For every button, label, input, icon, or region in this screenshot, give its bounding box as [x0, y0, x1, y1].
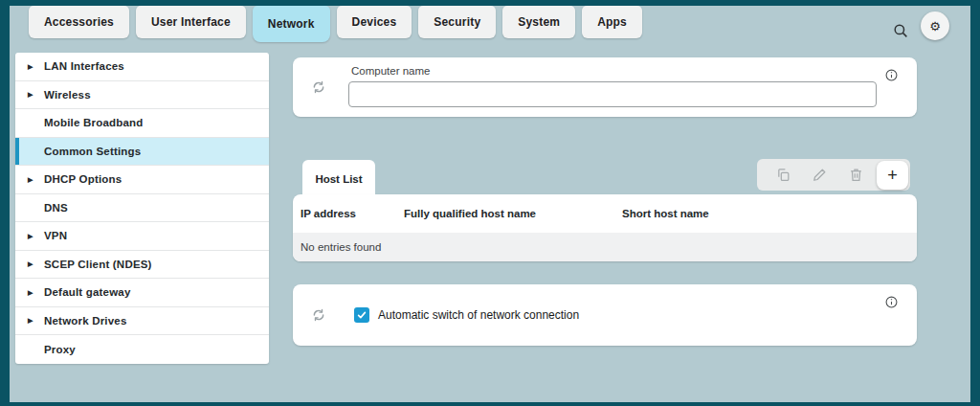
column-header-fqhn: Fully qualified host name [404, 208, 622, 219]
sidebar-item-label: Common Settings [44, 146, 141, 157]
main-content: Computer name Host List [293, 6, 917, 402]
network-sidebar: ▶ LAN Interfaces ▶ Wireless Mobile Broad… [15, 53, 269, 364]
sidebar-item-scep-client[interactable]: ▶ SCEP Client (NDES) [15, 251, 269, 280]
computer-name-label: Computer name [351, 65, 430, 77]
chevron-right-icon: ▶ [28, 63, 33, 70]
checkmark-icon [356, 309, 368, 321]
sidebar-item-label: SCEP Client (NDES) [44, 259, 152, 270]
column-header-short-host-name: Short host name [622, 208, 917, 219]
sidebar-item-label: Default gateway [44, 286, 131, 298]
chevron-right-icon: ▶ [28, 233, 33, 239]
auto-switch-checkbox[interactable] [354, 307, 369, 323]
sidebar-item-label: Proxy [44, 344, 76, 355]
edit-pencil-icon [813, 168, 827, 182]
sidebar-item-label: DNS [44, 202, 68, 214]
computer-name-input[interactable] [348, 81, 877, 107]
auto-switch-card: Automatic switch of network connection [293, 284, 917, 346]
chevron-right-icon: ▶ [28, 317, 33, 324]
tab-user-interface[interactable]: User Interface [136, 6, 246, 38]
settings-gear-button[interactable]: ⚙ [921, 11, 949, 40]
sidebar-item-label: Wireless [44, 89, 91, 101]
copy-button[interactable] [765, 159, 801, 191]
chevron-right-icon: ▶ [28, 289, 33, 296]
sidebar-item-vpn[interactable]: ▶ VPN [15, 222, 269, 251]
column-header-ip-address: IP address [293, 208, 404, 219]
settings-window: Accessories User Interface Network Devic… [10, 6, 970, 402]
reset-icon[interactable] [312, 308, 325, 322]
info-icon[interactable] [885, 296, 898, 308]
sidebar-item-label: LAN Interfaces [44, 60, 124, 72]
chevron-right-icon: ▶ [28, 260, 33, 267]
host-list-tab[interactable]: Host List [302, 160, 375, 198]
empty-table-message: No entries found [293, 233, 917, 261]
gear-icon: ⚙ [929, 19, 941, 34]
sidebar-item-label: Network Drives [44, 315, 127, 327]
host-list-toolbar: + [757, 159, 910, 191]
sidebar-item-wireless[interactable]: ▶ Wireless [15, 81, 269, 110]
add-host-button[interactable]: + [877, 161, 908, 190]
sidebar-item-network-drives[interactable]: ▶ Network Drives [15, 307, 269, 336]
computer-name-card: Computer name [293, 57, 917, 117]
host-list-header-row: IP address Fully qualified host name Sho… [293, 194, 917, 233]
tab-accessories[interactable]: Accessories [29, 6, 129, 38]
sidebar-item-label: DHCP Options [44, 173, 122, 185]
chevron-right-icon: ▶ [28, 91, 33, 98]
copy-icon [776, 168, 791, 182]
reset-icon[interactable] [312, 80, 325, 94]
sidebar-item-label: VPN [44, 230, 67, 241]
chevron-right-icon: ▶ [28, 176, 33, 183]
sidebar-item-dns[interactable]: DNS [15, 194, 269, 223]
sidebar-item-label: Mobile Broadband [44, 117, 144, 128]
sidebar-item-default-gateway[interactable]: ▶ Default gateway [15, 279, 269, 307]
sidebar-item-dhcp-options[interactable]: ▶ DHCP Options [15, 166, 269, 194]
sidebar-item-lan-interfaces[interactable]: ▶ LAN Interfaces [15, 53, 269, 81]
sidebar-item-common-settings[interactable]: Common Settings [15, 138, 269, 167]
trash-icon [849, 168, 863, 182]
sidebar-item-proxy[interactable]: Proxy [15, 335, 269, 364]
sidebar-item-mobile-broadband[interactable]: Mobile Broadband [15, 109, 269, 138]
info-icon[interactable] [885, 69, 898, 81]
edit-button[interactable] [801, 159, 837, 191]
auto-switch-label: Automatic switch of network connection [378, 284, 579, 346]
host-list-table: IP address Fully qualified host name Sho… [293, 194, 917, 261]
delete-button[interactable] [837, 159, 874, 191]
